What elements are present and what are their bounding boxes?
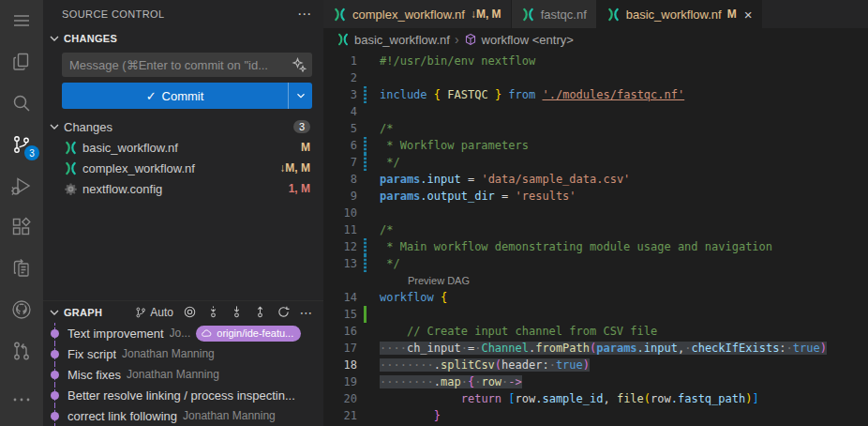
file-name: complex_workflow.nf: [82, 161, 275, 175]
activity-item-menu[interactable]: [0, 0, 43, 41]
commit-message-input[interactable]: Message (⌘Enter to commit on "id...: [62, 53, 312, 77]
code-text: */: [370, 257, 400, 270]
commit-dropdown-button[interactable]: [288, 83, 312, 109]
pull-request-icon: [10, 340, 33, 362]
commit-author: Jonathan Manning: [122, 347, 215, 360]
breadcrumb-item[interactable]: workflow <entry>: [464, 33, 574, 47]
file-name: nextflow.config: [82, 182, 284, 196]
code-line-17: 17····ch_input·=·Channel.fromPath(params…: [323, 340, 868, 357]
commit-row[interactable]: correct link followingJonathan Manning: [43, 405, 323, 426]
code-line-14: 14workflow {: [323, 289, 868, 306]
code-line-10: 10: [323, 205, 868, 221]
gutter: [357, 221, 370, 238]
code-text: // Create input channel from CSV file: [370, 325, 657, 338]
changes-count-badge: 3: [293, 120, 310, 133]
line-number: 14: [323, 291, 357, 304]
activity-item-pull-request[interactable]: [0, 330, 43, 372]
source-control-sidebar: SOURCE CONTROL ⋯ CHANGES Message (⌘Enter…: [43, 0, 323, 426]
search-icon: [10, 92, 33, 114]
graph-auto-toggle[interactable]: Auto: [134, 306, 173, 319]
sidebar-more-icon[interactable]: ⋯: [297, 6, 312, 23]
commit-row[interactable]: Fix scriptJonathan Manning: [43, 343, 323, 364]
activity-item-more[interactable]: [0, 379, 43, 420]
target-icon[interactable]: [182, 305, 197, 320]
gutter: [357, 390, 370, 407]
line-number: 4: [323, 105, 357, 118]
pull-icon[interactable]: [229, 305, 244, 320]
sparkle-icon[interactable]: [292, 57, 307, 72]
fetch-icon[interactable]: [205, 305, 220, 320]
push-icon[interactable]: [252, 305, 267, 320]
gutter: [357, 69, 370, 86]
gutter: [357, 205, 370, 221]
file-name: basic_workflow.nf: [82, 141, 296, 155]
gutter: [357, 323, 370, 340]
breadcrumb-item[interactable]: basic_workflow.nf: [337, 33, 450, 47]
graph-section-header[interactable]: GRAPH Auto ⋯: [43, 300, 323, 323]
code-line-16: 16 // Create input channel from CSV file: [323, 323, 868, 340]
activity-item-github[interactable]: [0, 289, 43, 330]
debug-icon: [10, 175, 33, 197]
line-number: 12: [323, 240, 357, 253]
file-row-complex_workflow.nf[interactable]: complex_workflow.nf↓M, M: [43, 158, 323, 178]
line-number: 1: [323, 54, 357, 68]
commit-title: correct link following: [67, 409, 177, 423]
commit-button[interactable]: ✓ Commit: [62, 83, 312, 109]
tab-basic_workflow.nf[interactable]: basic_workflow.nfM×: [597, 0, 763, 28]
changes-section-header[interactable]: CHANGES: [43, 28, 323, 49]
tab-fastqc.nf[interactable]: fastqc.nf: [512, 0, 597, 28]
files-icon: [10, 51, 33, 73]
activity-item-source-control[interactable]: 3: [0, 124, 43, 165]
gutter-modified-icon: [357, 255, 370, 272]
gutter: [357, 188, 370, 205]
gear-icon: [64, 182, 78, 196]
git-status-label: M: [301, 141, 310, 154]
tab-label: complex_workflow.nf: [352, 8, 465, 22]
code-line-5: 5/*: [323, 120, 868, 137]
tab-complex_workflow.nf[interactable]: complex_workflow.nf↓M, M: [323, 0, 512, 28]
commit-row[interactable]: Better resolve linking / process inspect…: [43, 385, 323, 405]
sidebar-title: SOURCE CONTROL: [62, 8, 297, 20]
symbol-cube-icon: [464, 33, 477, 46]
commit-row[interactable]: Text improvementJo...origin/ide-featu...: [43, 323, 323, 343]
code-editor[interactable]: 1#!/usr/bin/env nextflow23include { FAST…: [323, 51, 868, 426]
gutter-modified-icon: [357, 238, 370, 255]
gutter: [357, 171, 370, 188]
refresh-icon[interactable]: [276, 305, 291, 320]
code-line-18: 18········.splitCsv(header:·true): [323, 357, 868, 373]
line-number: 18: [323, 358, 357, 372]
activity-item-search[interactable]: [0, 83, 43, 124]
code-text: #!/usr/bin/env nextflow: [370, 54, 535, 68]
nextflow-icon: [606, 8, 621, 22]
activity-item-document-sync[interactable]: [0, 248, 43, 289]
code-line-20: 20 return [row.sample_id, file(row.fastq…: [323, 390, 868, 407]
sidebar-titlebar: SOURCE CONTROL ⋯: [43, 0, 323, 28]
changes-tree-label: Changes: [64, 120, 292, 134]
code-line-9: 9params.output_dir = 'results': [323, 188, 868, 205]
code-line-13: 13 */: [323, 255, 868, 272]
activity-item-extensions[interactable]: [0, 206, 43, 248]
commit-row[interactable]: Misc fixesJonathan Manning: [43, 364, 323, 385]
close-icon[interactable]: ×: [744, 8, 753, 22]
activity-item-explorer[interactable]: [0, 41, 43, 83]
menu-icon: [10, 9, 33, 32]
tab-git-status: M: [727, 8, 737, 21]
code-text: ········.map·{·row·->: [370, 375, 522, 388]
line-number: 11: [323, 223, 357, 236]
file-row-basic_workflow.nf[interactable]: basic_workflow.nfM: [43, 137, 323, 158]
branch-badge-label: origin/ide-featu...: [217, 327, 293, 339]
changes-tree-header[interactable]: Changes 3: [43, 116, 323, 137]
activity-item-run-debug[interactable]: [0, 165, 43, 206]
code-line-12: 12 * Main workflow demonstrating module …: [323, 238, 868, 255]
line-number: 15: [323, 308, 357, 321]
code-text: */: [370, 156, 400, 169]
graph-more-icon[interactable]: ⋯: [299, 305, 314, 320]
commit-dot-icon: [51, 391, 59, 400]
file-row-nextflow.config[interactable]: nextflow.config1, M: [43, 178, 323, 199]
line-number: 2: [323, 71, 357, 84]
branch-badge[interactable]: origin/ide-featu...: [196, 326, 301, 342]
line-number: 6: [323, 139, 357, 152]
graph-rail: [43, 405, 67, 426]
line-number: 9: [323, 190, 357, 203]
codelens-preview-dag[interactable]: Preview DAG: [323, 272, 868, 289]
